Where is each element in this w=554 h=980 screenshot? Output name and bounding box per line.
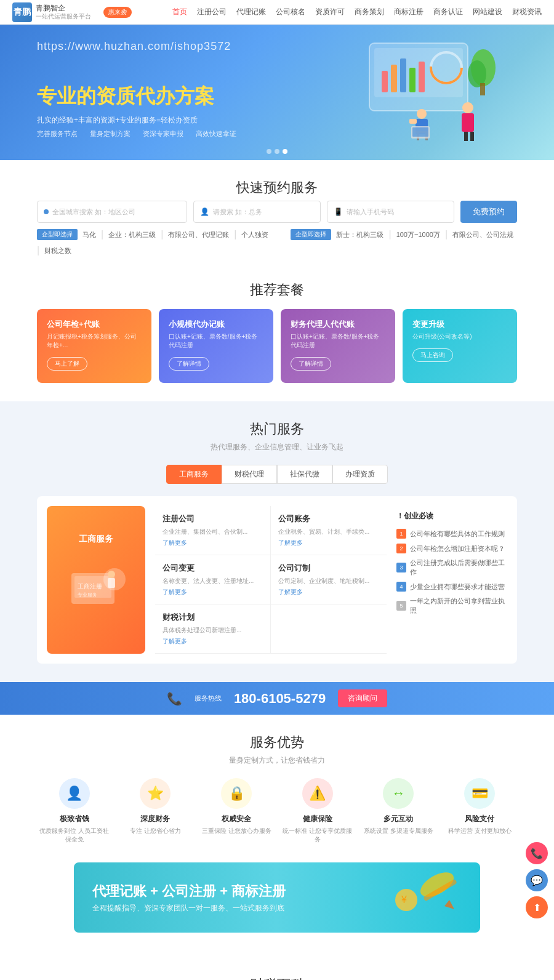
rec-packages-section: 推荐套餐 公司年检+代账 月记账报税+税务筹划服务、公司年检+... 马上了解 …	[0, 268, 554, 401]
service-item-link-2[interactable]: 了解更多	[163, 588, 263, 596]
package-btn-3[interactable]: 马上咨询	[412, 348, 453, 362]
nav-trademark[interactable]: 商标注册	[394, 7, 424, 17]
nav-register[interactable]: 注册公司	[197, 7, 227, 17]
svg-rect-6	[419, 62, 425, 92]
nav-company-name[interactable]: 公司核名	[276, 7, 305, 17]
nav-home[interactable]: 首页	[172, 7, 187, 17]
adv-desc-3: 统一标准 让您专享优质服务	[280, 827, 355, 844]
adv-title-4: 多元互动	[361, 814, 436, 824]
nav-website[interactable]: 网站建设	[473, 7, 502, 17]
service-item-desc-1: 企业税务、贸易、计划、手续类...	[278, 527, 379, 536]
package-card-3: 变更升级 公司升级(公司改名等) 马上咨询	[403, 309, 517, 383]
phone-icon: 📱	[334, 207, 343, 216]
tag-2-1[interactable]: 100万~1000万	[396, 230, 440, 239]
tag-row-1: 企型即选择 马化 | 企业：机构三级 | 有限公司、代理记账 | 个人独资 企型…	[37, 229, 517, 256]
banner-illustration	[320, 31, 505, 154]
svg-point-31	[417, 872, 458, 902]
float-message-btn[interactable]: 💬	[526, 869, 548, 891]
banner-image	[320, 31, 517, 154]
service-item-3: 公司订制 公司定制、企业制度、地址税制... 了解更多	[271, 555, 387, 604]
advantages-title: 服务优势	[37, 733, 517, 752]
adv-icon-0: 👤	[59, 778, 90, 809]
tab-social[interactable]: 社保代缴	[277, 465, 332, 484]
service-item-desc-2: 名称变更、法人变更、注册地址...	[163, 576, 263, 585]
adv-desc-0: 优质服务到位 人员工资社保全免	[37, 827, 112, 844]
tab-industrial[interactable]: 工商服务	[166, 465, 222, 484]
search-input-2[interactable]: 👤 请搜索 如：总务	[193, 201, 321, 223]
advantages-section: 服务优势 量身定制方式，让您省钱省力 👤 极致省钱 优质服务到位 人员工资社保全…	[0, 715, 554, 862]
service-item-link-4[interactable]: 了解更多	[163, 637, 263, 646]
tag-1-0[interactable]: 马化	[82, 230, 96, 239]
quick-service-section: 快速预约服务 全国城市搜索 如：地区公司 👤 请搜索 如：总务 📱 请输入手机号…	[0, 160, 554, 268]
tag-1-1[interactable]: 企业：机构三级	[108, 230, 156, 239]
adv-title-5: 风险支付	[442, 814, 517, 824]
service-item-5	[271, 604, 387, 654]
search-button[interactable]: 免费预约	[460, 201, 517, 223]
adv-item-0: 👤 极致省钱 优质服务到位 人员工资社保全免	[37, 778, 112, 844]
package-btn-2[interactable]: 了解详情	[291, 357, 331, 371]
tag-1-3[interactable]: 个人独资	[241, 230, 268, 239]
package-btn-0[interactable]: 马上了解	[47, 357, 87, 371]
package-card-2: 财务代理人代代账 口认账+记账、票务数/服务+税务代码注册 了解详情	[281, 309, 395, 383]
dot-1[interactable]	[267, 149, 271, 154]
search-input-1[interactable]: 全国城市搜索 如：地区公司	[37, 201, 187, 223]
service-item-link-3[interactable]: 了解更多	[278, 588, 379, 596]
service-item-link-1[interactable]: 了解更多	[278, 539, 379, 547]
logo-text: 青鹏智企 一站代运营服务平台	[36, 4, 91, 20]
tab-qualification[interactable]: 办理资质	[332, 465, 388, 484]
tag-2-3[interactable]: 财税之数	[44, 246, 71, 255]
service-item-2: 公司变更 名称变更、法人变更、注册地址... 了解更多	[155, 555, 271, 604]
nav-bookkeeping[interactable]: 代理记账	[236, 7, 266, 17]
phone-bar: 📞 服务热线 180-6105-5279 咨询顾问	[0, 682, 554, 715]
tag-1-2[interactable]: 有限公司、代理记账	[168, 230, 229, 239]
floating-buttons: 📞 💬 ⬆	[526, 842, 548, 918]
adv-item-5: 💳 风险支付 科学运营 支付更加放心	[442, 778, 517, 844]
service-promo-title: 工商服务	[79, 534, 113, 545]
tag-2-0[interactable]: 新士：机构三级	[336, 230, 383, 239]
float-top-btn[interactable]: ⬆	[526, 896, 548, 918]
nav-qualification[interactable]: 资质许可	[315, 7, 345, 17]
package-desc-2: 口认账+记账、票务数/服务+税务代码注册	[291, 332, 385, 350]
package-card-1: 小规模代办记账 口认账+记账、票务数/服务+税务代码注册 了解详情	[159, 309, 273, 383]
ad-banner[interactable]: 代理记账 + 公司注册 + 商标注册 全程提醒指导、资深专家团队一对一服务、一站…	[74, 862, 480, 933]
nav-certification[interactable]: 商务认证	[433, 7, 463, 17]
float-phone-btn[interactable]: 📞	[526, 842, 548, 864]
adv-title-3: 健康保险	[280, 814, 355, 824]
sidebar-item-1[interactable]: 2 公司年检怎么增加注册资本呢？	[396, 541, 507, 556]
encyclopedia-section: 财税百科 丰富精彩的知识点，无处不解惑 👤 政策解读 如何正确认证公司的营业税？…	[0, 970, 554, 980]
package-desc-3: 公司升级(公司改名等)	[412, 332, 507, 341]
sidebar-text-4: 一年之内新开的公司拿到营业执照	[410, 596, 507, 615]
dot-2[interactable]	[275, 149, 279, 154]
package-title-3: 变更升级	[412, 319, 507, 330]
service-main: 注册公司 企业注册、集团公司、合伙制... 了解更多 公司账务 企业税务、贸易、…	[155, 506, 387, 654]
phone-label: 服务热线	[195, 694, 222, 703]
banner-url: https://www.huzhan.com/ishop3572	[37, 40, 231, 53]
service-item-link-0[interactable]: 了解更多	[163, 539, 263, 547]
adv-item-3: ⚠️ 健康保险 统一标准 让您专享优质服务	[280, 778, 355, 844]
package-btn-1[interactable]: 了解详情	[169, 357, 209, 371]
service-tabs: 工商服务 财税代理 社保代缴 办理资质	[37, 465, 517, 484]
dot-3[interactable]	[283, 149, 287, 154]
dot-icon	[44, 209, 49, 214]
service-item-desc-0: 企业注册、集团公司、合伙制...	[163, 527, 263, 536]
search-input-3[interactable]: 📱 请输入手机号码	[327, 201, 454, 223]
sidebar-text-1: 公司年检怎么增加注册资本呢？	[410, 544, 505, 553]
sidebar-item-2[interactable]: 3 公司注册完成以后需要做哪些工作	[396, 556, 507, 579]
sidebar-item-3[interactable]: 4 少量企业拥有哪些要求才能运营	[396, 579, 507, 594]
sidebar-item-4[interactable]: 5 一年之内新开的公司拿到营业执照	[396, 594, 507, 617]
consult-button[interactable]: 咨询顾问	[338, 689, 387, 707]
tag-2-2[interactable]: 有限公司、公司法规	[452, 230, 513, 239]
nav-business[interactable]: 商务策划	[355, 7, 384, 17]
sidebar-item-0[interactable]: 1 公司年检有哪些具体的工作规则	[396, 526, 507, 541]
logo[interactable]: 青鹏 青鹏智企 一站代运营服务平台	[12, 2, 91, 22]
nav-finance[interactable]: 财税资讯	[512, 7, 542, 17]
svg-rect-11	[480, 83, 485, 95]
service-item-4: 财税计划 具体税务处理公司新增注册... 了解更多	[155, 604, 271, 654]
tab-finance[interactable]: 财税代理	[222, 465, 277, 484]
adv-icon-1: ⭐	[140, 778, 171, 809]
svg-rect-23	[412, 127, 428, 137]
svg-rect-14	[409, 119, 417, 124]
banner-subtitle: 扎实的经验+丰富的资源+专业的服务=轻松办资质	[37, 115, 320, 126]
ad-decoration: ¥	[388, 872, 462, 923]
adv-title-0: 极致省钱	[37, 814, 112, 824]
